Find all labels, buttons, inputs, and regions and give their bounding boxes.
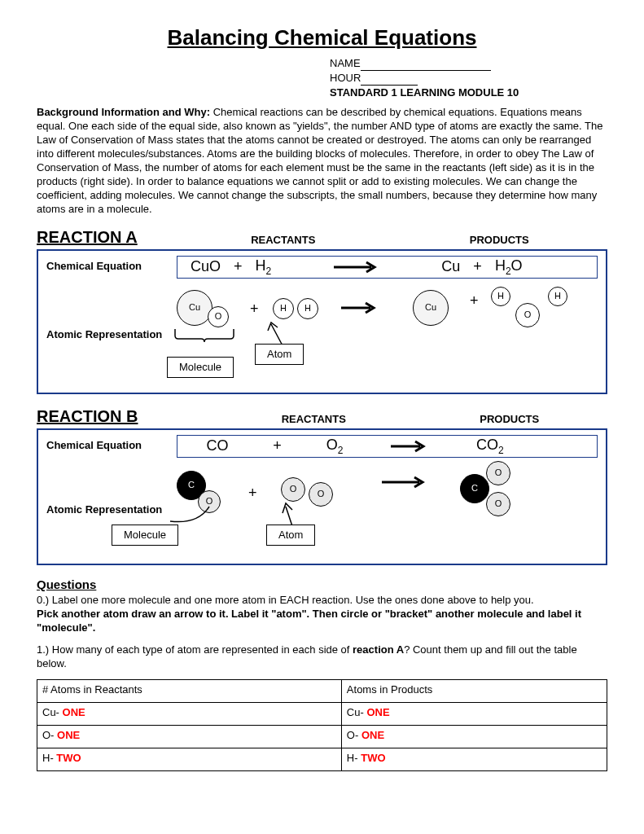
o-atom-icon: O (309, 482, 333, 507)
cell-h-products: H- TWO (341, 748, 607, 770)
hour-blank[interactable] (361, 85, 418, 86)
h-atom-icon: H (491, 287, 510, 306)
molecule-label-box: Molecule (112, 525, 178, 546)
o-atom-icon: O (515, 303, 540, 327)
background-lead: Background Information and Why: (37, 106, 210, 118)
c-atom-icon: C (460, 474, 489, 503)
eq-b-p1: CO2 (471, 436, 509, 457)
diagram-a: Cu O + H H Cu + H H O Molecule Atom (177, 287, 598, 384)
eq-b-r1: CO (201, 437, 233, 455)
reactants-label: REACTANTS (175, 234, 392, 248)
o-atom-icon: O (486, 492, 510, 516)
atom-count-table: # Atoms in Reactants Atoms in Products C… (37, 679, 607, 771)
atom-label-box: Atom (266, 525, 315, 546)
cell-o-reactants: O- ONE (37, 725, 342, 748)
cell-cu-reactants: Cu- ONE (37, 702, 342, 725)
reaction-a-heading: REACTION A (37, 226, 175, 248)
page-title: Balancing Chemical Equations (37, 24, 607, 52)
table-row: H- TWO H- TWO (37, 748, 607, 770)
plus-icon: + (250, 300, 259, 318)
eq-a-r2: H2 (251, 257, 277, 278)
reactants-label: REACTANTS (216, 413, 412, 427)
table-header-2: Atoms in Products (341, 679, 607, 702)
h-atom-icon: H (273, 298, 294, 319)
name-label: NAME (330, 57, 361, 69)
header-info: NAME HOUR STANDARD 1 LEARNING MODULE 10 (330, 57, 607, 100)
cell-o-products: O- ONE (341, 725, 607, 748)
products-label: PRODUCTS (392, 234, 608, 248)
background-body: Chemical reactions can be described by c… (37, 106, 603, 214)
eq-a-r1: CuO (186, 257, 226, 276)
bracket-icon (173, 327, 235, 344)
cell-cu-products: Cu- ONE (341, 702, 607, 725)
cu-atom-icon: Cu (177, 290, 212, 326)
question-0: 0.) Label one more molecule and one more… (37, 594, 607, 635)
atomic-rep-label-a: Atomic Representation (46, 328, 177, 342)
yields-arrow-icon (340, 301, 380, 314)
plus-icon: + (465, 257, 490, 276)
chem-eq-label-b: Chemical Equation (46, 439, 177, 453)
o-atom-icon: O (486, 461, 510, 485)
plus-icon: + (226, 257, 251, 276)
equation-a: CuO + H2 Cu + H2O (177, 256, 598, 279)
o-atom-icon: O (208, 306, 229, 327)
molecule-label-box: Molecule (167, 357, 234, 379)
hour-label: HOUR (330, 72, 361, 84)
eq-b-r2: O2 (322, 436, 348, 457)
table-row: Cu- ONE Cu- ONE (37, 702, 607, 725)
yields-arrow-icon (389, 440, 430, 453)
yields-arrow-icon (332, 261, 381, 274)
chem-eq-label-a: Chemical Equation (46, 260, 177, 274)
products-label: PRODUCTS (412, 413, 608, 427)
plus-icon: + (248, 484, 257, 503)
eq-a-p1: Cu (436, 257, 465, 276)
reaction-b-box: Chemical Equation CO + O2 CO2 Atomic Rep… (37, 428, 607, 565)
plus-icon: + (265, 437, 290, 455)
o-atom-icon: O (281, 477, 305, 502)
diagram-b: C O + O O O C O Molecule Atom (177, 466, 598, 555)
cell-h-reactants: H- TWO (37, 748, 342, 770)
equation-b: CO + O2 CO2 (177, 435, 598, 458)
standard-label: STANDARD 1 LEARNING MODULE 10 (330, 86, 607, 100)
table-row: # Atoms in Reactants Atoms in Products (37, 679, 607, 702)
questions-heading: Questions (37, 577, 607, 593)
eq-a-p2: H2O (490, 257, 528, 278)
name-blank[interactable] (361, 70, 491, 71)
reaction-a-box: Chemical Equation CuO + H2 Cu + H2O Atom… (37, 249, 607, 394)
atomic-rep-label-b: Atomic Representation (46, 503, 177, 517)
question-1: 1.) How many of each type of atom are re… (37, 643, 607, 671)
h-atom-icon: H (548, 287, 567, 306)
background-text: Background Information and Why: Chemical… (37, 106, 607, 216)
reaction-b-heading: REACTION B (37, 406, 216, 427)
yields-arrow-icon (380, 476, 429, 489)
bracket-icon (169, 505, 217, 525)
table-row: O- ONE O- ONE (37, 725, 607, 748)
h-atom-icon: H (297, 298, 318, 319)
atom-label-box: Atom (255, 344, 304, 366)
table-header-1: # Atoms in Reactants (37, 679, 342, 702)
plus-icon: + (470, 292, 479, 310)
cu-atom-icon: Cu (413, 290, 449, 326)
